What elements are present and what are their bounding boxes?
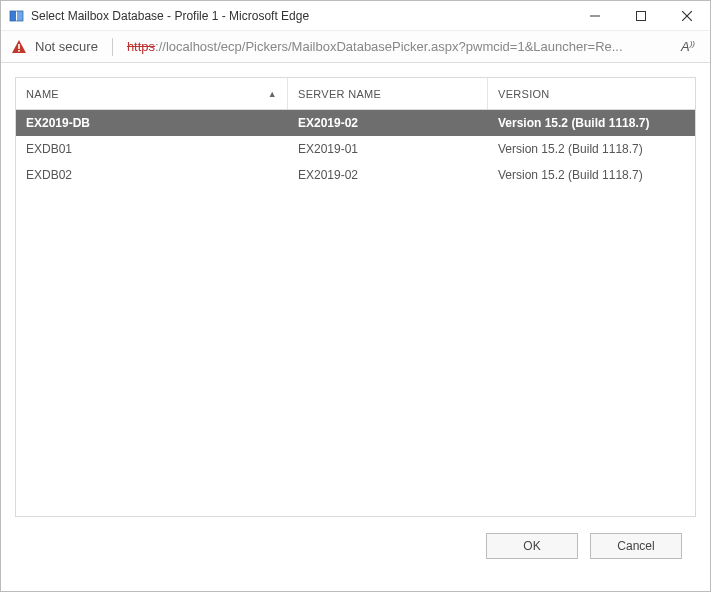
reader-view-icon[interactable]: A)) (676, 39, 700, 54)
maximize-button[interactable] (618, 1, 664, 30)
table-row[interactable]: EXDB02EX2019-02Version 15.2 (Build 1118.… (16, 162, 695, 188)
column-header-name[interactable]: NAME ▲ (16, 78, 288, 109)
svg-rect-4 (637, 11, 646, 20)
cell-server: EX2019-02 (288, 162, 488, 188)
window-title: Select Mailbox Database - Profile 1 - Mi… (31, 9, 572, 23)
close-button[interactable] (664, 1, 710, 30)
address-bar: Not secure https://localhost/ecp/Pickers… (1, 31, 710, 63)
cell-version: Version 15.2 (Build 1118.7) (488, 110, 695, 136)
svg-rect-9 (18, 50, 20, 52)
database-grid: NAME ▲ SERVER NAME VERSION EX2019-DBEX20… (15, 77, 696, 517)
cell-server: EX2019-01 (288, 136, 488, 162)
column-header-version[interactable]: VERSION (488, 78, 695, 109)
cell-version: Version 15.2 (Build 1118.7) (488, 136, 695, 162)
cancel-button[interactable]: Cancel (590, 533, 682, 559)
svg-rect-1 (17, 11, 23, 21)
window-controls (572, 1, 710, 30)
column-header-server-label: SERVER NAME (298, 88, 381, 100)
security-label[interactable]: Not secure (35, 39, 98, 54)
sort-ascending-icon: ▲ (268, 89, 277, 99)
url-rest: ://localhost/ecp/Pickers/MailboxDatabase… (155, 39, 623, 54)
svg-rect-8 (18, 44, 20, 49)
column-header-version-label: VERSION (498, 88, 550, 100)
dialog-footer: OK Cancel (15, 517, 696, 559)
not-secure-icon[interactable] (11, 39, 27, 55)
table-row[interactable]: EX2019-DBEX2019-02Version 15.2 (Build 11… (16, 110, 695, 136)
minimize-button[interactable] (572, 1, 618, 30)
grid-header: NAME ▲ SERVER NAME VERSION (16, 78, 695, 110)
address-separator (112, 38, 113, 56)
column-header-name-label: NAME (26, 88, 59, 100)
app-icon (9, 8, 25, 24)
table-row[interactable]: EXDB01EX2019-01Version 15.2 (Build 1118.… (16, 136, 695, 162)
svg-rect-0 (10, 11, 16, 21)
grid-body: EX2019-DBEX2019-02Version 15.2 (Build 11… (16, 110, 695, 516)
cell-name: EXDB01 (16, 136, 288, 162)
url-scheme: https (127, 39, 155, 54)
column-header-server[interactable]: SERVER NAME (288, 78, 488, 109)
url-display[interactable]: https://localhost/ecp/Pickers/MailboxDat… (127, 39, 668, 54)
cell-server: EX2019-02 (288, 110, 488, 136)
cell-version: Version 15.2 (Build 1118.7) (488, 162, 695, 188)
window-titlebar: Select Mailbox Database - Profile 1 - Mi… (1, 1, 710, 31)
cell-name: EXDB02 (16, 162, 288, 188)
ok-button[interactable]: OK (486, 533, 578, 559)
dialog-content: NAME ▲ SERVER NAME VERSION EX2019-DBEX20… (1, 63, 710, 569)
cell-name: EX2019-DB (16, 110, 288, 136)
